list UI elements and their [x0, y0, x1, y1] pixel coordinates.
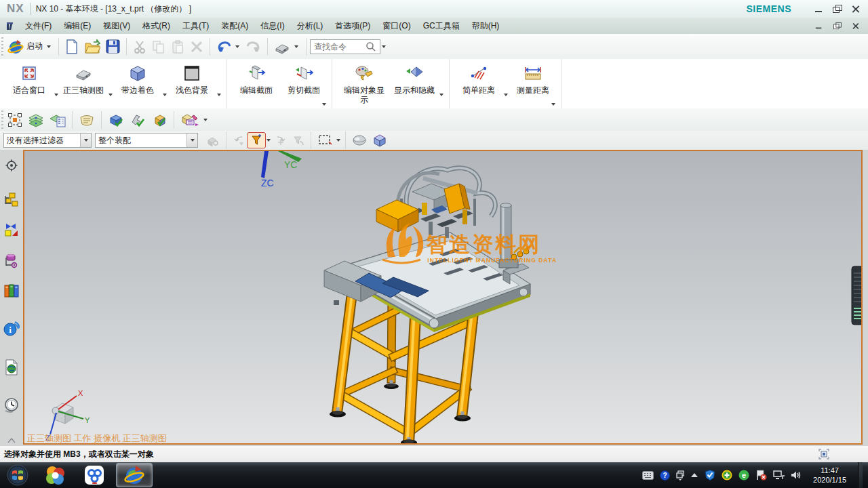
show-hide-button[interactable]: 显示和隐藏 — [392, 62, 437, 96]
tray-clock[interactable]: 11:47 2020/1/15 — [808, 466, 852, 485]
security-shield-icon[interactable] — [705, 470, 715, 481]
display-mode-icon — [274, 39, 290, 54]
save-button[interactable] — [103, 37, 123, 56]
snap-sphere-button[interactable] — [349, 132, 370, 148]
help-icon[interactable]: ? — [660, 470, 670, 481]
measure-dropdown-icon[interactable] — [551, 103, 555, 106]
clip-section-dropdown-icon[interactable] — [322, 103, 326, 106]
taskbar-netdisk-button[interactable] — [77, 464, 112, 487]
background-dropdown-icon[interactable] — [217, 94, 221, 96]
menu-information[interactable]: 信息(I) — [254, 18, 290, 34]
edit-text-dropdown-icon[interactable] — [203, 119, 208, 121]
edit-object-display-button[interactable]: 编辑对象显示 — [339, 62, 389, 106]
marquee-select-button[interactable] — [315, 132, 335, 148]
edit-section-button[interactable]: 编辑截面 — [234, 62, 279, 96]
edit-text-button[interactable] — [178, 111, 202, 129]
browser-e-icon[interactable]: e — [738, 470, 749, 481]
menu-gc-toolbox[interactable]: GC工具箱 — [417, 18, 466, 34]
action-center-flag-icon[interactable] — [755, 470, 767, 481]
search-input[interactable] — [313, 41, 366, 52]
taskbar-app1-button[interactable] — [37, 464, 73, 487]
window-select-icon[interactable] — [818, 448, 830, 460]
graphics-viewport[interactable]: ZC YC — [23, 150, 863, 445]
simple-distance-dropdown-icon[interactable] — [504, 94, 508, 96]
ime-keyboard-icon[interactable] — [642, 471, 654, 480]
assembly-constraint-button[interactable] — [105, 111, 127, 129]
isometric-view-button[interactable]: 正三轴测图 — [61, 62, 106, 96]
undo-button[interactable] — [214, 38, 243, 56]
filter-dropdown-icon[interactable] — [267, 139, 271, 142]
show-hide-dropdown-icon[interactable] — [439, 94, 443, 96]
scope-combo[interactable]: 整个装配 — [95, 133, 198, 148]
marquee-dropdown-icon[interactable] — [336, 139, 340, 142]
upgrade-plus-icon[interactable] — [722, 470, 732, 481]
start-button[interactable]: 启动 — [5, 37, 55, 57]
product-outline-button[interactable] — [149, 111, 170, 129]
child-minimize-button[interactable] — [815, 22, 823, 29]
annotation-note-button[interactable] — [76, 111, 98, 129]
isometric-dropdown-icon[interactable] — [108, 94, 113, 96]
view-mode-dropdown-icon[interactable] — [294, 45, 298, 48]
undo-dropdown-icon[interactable] — [235, 45, 239, 48]
combo-dropdown-icon[interactable] — [186, 134, 197, 147]
start-dropdown-icon[interactable] — [47, 45, 51, 48]
filter-active-button[interactable] — [248, 133, 265, 148]
selection-filter-combo[interactable]: 没有选择过滤器 — [3, 133, 92, 148]
layer-settings-button[interactable] — [25, 111, 47, 129]
shaded-dropdown-icon[interactable] — [163, 94, 167, 96]
simple-distance-button[interactable]: 简单距离 — [456, 62, 501, 96]
history-icon[interactable] — [1, 395, 22, 415]
cut-button — [130, 38, 149, 56]
web-browser-icon[interactable]: i — [1, 319, 22, 338]
menu-analysis[interactable]: 分析(L) — [291, 18, 330, 34]
network-icon[interactable] — [773, 470, 785, 480]
start-button[interactable] — [2, 464, 33, 487]
measure-distance-button[interactable]: 测量距离 — [511, 62, 555, 96]
close-button[interactable] — [851, 5, 860, 13]
search-icon[interactable] — [366, 41, 376, 52]
menu-edit[interactable]: 编辑(E) — [58, 18, 97, 34]
menu-help[interactable]: 帮助(H) — [466, 18, 506, 34]
display-group: 编辑对象显示 显示和隐藏 — [332, 59, 450, 108]
menu-assemblies[interactable]: 装配(A) — [215, 18, 254, 34]
move-component-button[interactable] — [127, 111, 149, 129]
hd3d-tool-icon[interactable] — [2, 357, 21, 378]
fit-window-dropdown-icon[interactable] — [54, 94, 58, 96]
assembly-navigator-icon[interactable] — [2, 190, 21, 209]
menu-tools[interactable]: 工具(T) — [176, 18, 215, 34]
view-mode-button[interactable] — [271, 37, 302, 56]
light-background-button[interactable]: 浅色背景 — [170, 62, 214, 96]
show-desktop-button[interactable] — [858, 462, 863, 488]
save-floppy-icon — [106, 39, 120, 54]
shaded-with-edges-button[interactable]: 带边着色 — [115, 62, 160, 96]
minimize-button[interactable] — [814, 5, 823, 13]
search-dropdown-icon[interactable] — [382, 45, 386, 48]
layer-category-button[interactable] — [47, 111, 68, 129]
snap-cube-button[interactable] — [370, 131, 390, 149]
command-finder[interactable] — [310, 39, 380, 54]
menu-format[interactable]: 格式(R) — [136, 18, 176, 34]
wcs-axes: ZC YC — [261, 151, 302, 188]
combo-dropdown-icon[interactable] — [80, 134, 91, 147]
menu-window[interactable]: 窗口(O) — [376, 18, 416, 34]
child-restore-button[interactable] — [833, 22, 841, 29]
volume-icon[interactable] — [791, 470, 802, 480]
fit-window-button[interactable]: 适合窗口 — [7, 62, 52, 96]
select-handles-button[interactable] — [5, 111, 25, 129]
reuse-library-icon[interactable] — [1, 281, 22, 300]
new-button[interactable] — [62, 37, 81, 56]
sidebar-collapse-icon[interactable] — [5, 436, 18, 445]
open-button[interactable] — [81, 37, 103, 56]
menu-preferences[interactable]: 首选项(P) — [329, 18, 376, 34]
part-navigator-icon[interactable] — [2, 251, 21, 270]
tray-expand-icon[interactable] — [690, 472, 698, 478]
window-float-icon[interactable] — [676, 470, 684, 481]
taskbar-nx-button[interactable] — [116, 463, 153, 487]
restore-button[interactable] — [833, 5, 842, 13]
gear-icon[interactable] — [3, 157, 20, 174]
menu-view[interactable]: 视图(V) — [97, 18, 136, 34]
child-close-button[interactable] — [852, 22, 859, 29]
clip-section-button[interactable]: 剪切截面 — [281, 62, 326, 96]
constraint-navigator-icon[interactable] — [2, 220, 21, 239]
menu-file[interactable]: 文件(F) — [19, 18, 58, 34]
